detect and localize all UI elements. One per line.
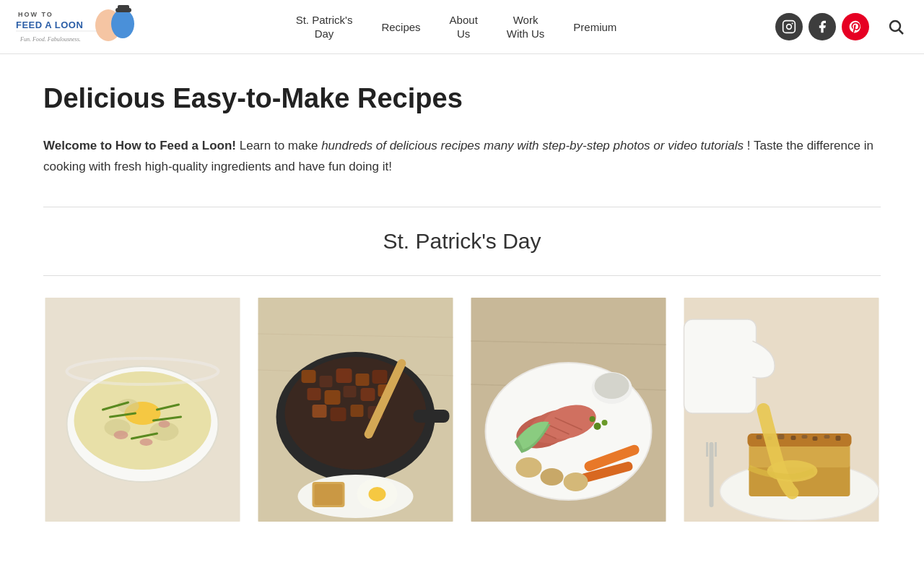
facebook-button[interactable] [808,13,836,40]
svg-rect-46 [331,407,346,421]
recipe-card-colcannon[interactable] [43,298,242,522]
svg-rect-39 [372,370,388,384]
st-patricks-heading: St. Patrick's Day [43,229,881,254]
svg-point-20 [118,399,139,413]
svg-rect-40 [308,388,321,400]
nav-item-recipes[interactable]: Recipes [367,15,435,39]
site-header: HOW TO FEED A LOON Fun. Food. Fabulousne… [0,0,924,54]
svg-point-12 [890,21,900,31]
svg-point-2 [111,9,134,38]
svg-rect-41 [325,390,341,405]
section-divider-2 [43,275,881,276]
svg-rect-91 [824,435,830,439]
hero-description: Welcome to How to Feed a Loon! Learn to … [43,136,881,178]
svg-point-73 [594,423,601,430]
svg-point-55 [369,487,386,501]
svg-rect-88 [791,436,796,440]
svg-point-11 [792,22,793,24]
svg-rect-92 [836,436,841,441]
nav-item-about-us[interactable]: AboutUs [435,7,492,47]
recipe-image-colcannon [43,298,242,522]
hero-intro-bold: Welcome to How to Feed a Loon! [43,139,236,152]
svg-rect-87 [778,434,785,439]
pinterest-button[interactable] [842,13,869,40]
logo[interactable]: HOW TO FEED A LOON Fun. Food. Fabulousne… [14,4,137,51]
svg-text:HOW TO: HOW TO [18,11,53,18]
svg-rect-43 [361,388,375,401]
svg-rect-38 [356,374,370,386]
svg-rect-42 [344,386,357,397]
hero-intro-italic: hundreds of delicious recipes many with … [321,139,744,152]
recipe-image-corned-beef [469,298,668,522]
svg-rect-53 [315,484,343,505]
svg-point-72 [564,473,588,491]
svg-rect-85 [757,435,762,439]
svg-rect-36 [320,376,333,387]
svg-point-71 [541,468,564,486]
svg-rect-50 [414,410,450,423]
svg-point-27 [159,420,170,428]
hero-intro-text: Learn to make [240,139,321,152]
svg-point-75 [590,416,596,422]
main-content: Delicious Easy-to-Make Recipes Welcome t… [29,54,895,522]
nav-item-st-patricks-day[interactable]: St. Patrick'sDay [282,7,367,47]
recipe-image-hash [256,298,455,522]
search-button[interactable] [882,13,910,40]
hero-heading: Delicious Easy-to-Make Recipes [43,83,881,114]
svg-point-10 [787,25,792,30]
recipe-image-cake [682,298,881,522]
svg-point-28 [140,439,153,446]
recipe-grid [43,298,881,522]
svg-rect-9 [783,21,796,33]
instagram-button[interactable] [775,13,803,40]
svg-rect-45 [313,405,327,418]
nav-item-premium[interactable]: Premium [559,15,631,39]
nav-social-search [775,13,910,40]
svg-text:FEED A LOON: FEED A LOON [16,20,83,30]
main-nav: St. Patrick'sDay Recipes AboutUs WorkWit… [137,7,775,47]
svg-point-70 [516,457,542,478]
recipe-card-hash[interactable] [256,298,455,522]
svg-text:Fun. Food. Fabulousness.: Fun. Food. Fabulousness. [19,36,81,43]
svg-rect-37 [336,368,352,383]
recipe-card-corned-beef[interactable] [469,298,668,522]
recipe-card-cake[interactable] [682,298,881,522]
svg-rect-89 [802,435,808,439]
section-divider [43,207,881,207]
svg-rect-4 [118,5,129,11]
svg-line-13 [899,30,904,35]
svg-rect-35 [302,370,316,383]
svg-rect-47 [351,405,364,417]
svg-rect-93 [684,319,757,413]
svg-point-74 [602,420,608,426]
svg-point-26 [114,431,128,439]
nav-item-work-with-us[interactable]: WorkWith Us [492,7,559,47]
svg-point-61 [595,373,629,399]
svg-rect-90 [813,436,818,441]
